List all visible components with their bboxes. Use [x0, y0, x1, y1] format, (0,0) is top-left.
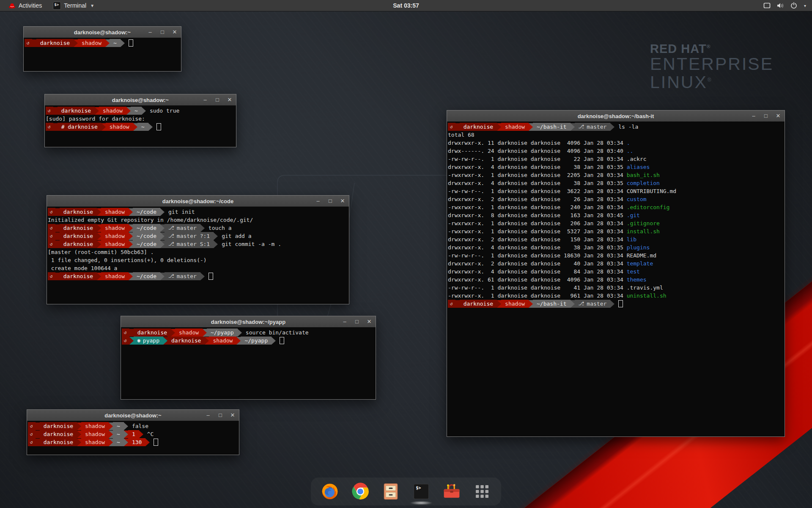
powerline-arrow-icon: [53, 107, 58, 115]
terminal-content[interactable]: ↺darknoiseshadow~: [24, 38, 181, 71]
close-button[interactable]: ✕: [230, 410, 236, 421]
maximize-button[interactable]: □: [327, 196, 333, 207]
powerline-arrow-icon: [129, 232, 133, 240]
window-titlebar[interactable]: darknoise@shadow:~/pyapp – □ ✕: [121, 316, 376, 328]
prompt-line: ↺darknoiseshadow~sudo true: [46, 107, 235, 115]
clock[interactable]: Sat 03:57: [393, 2, 419, 9]
minimize-button[interactable]: –: [315, 196, 321, 207]
powerline-arrow-icon: [77, 439, 81, 446]
files-icon[interactable]: [381, 482, 401, 501]
window-titlebar[interactable]: darknoise@shadow:~ – □ ✕: [27, 410, 239, 421]
prompt-segment-host: shadow: [81, 422, 109, 430]
output-line: 1 file changed, 0 insertions(+), 0 delet…: [48, 256, 348, 264]
app-menu-terminal[interactable]: $> Terminal ▼: [49, 0, 99, 11]
window-titlebar[interactable]: darknoise@shadow:~ – □ ✕: [45, 94, 236, 106]
powerline-arrow-icon: [109, 422, 113, 430]
terminal-content[interactable]: ↺darknoiseshadow~/bash-it⎇masterls -lato…: [447, 121, 785, 436]
powerline-arrow-icon: [126, 107, 131, 115]
chrome-icon[interactable]: [351, 482, 370, 501]
powerline-arrow-icon: [36, 439, 40, 446]
terminal-content[interactable]: ↺darknoiseshadow~/pyappsource bin/activa…: [121, 327, 376, 399]
minimize-button[interactable]: –: [205, 410, 211, 421]
ls-entry-meta: -rwxrwxr-x. 1 darknoise darknoise 206 Ja…: [448, 219, 627, 227]
ls-entry-name: README.md: [627, 251, 656, 260]
minimize-button[interactable]: –: [202, 94, 208, 105]
command-text: source bin/activate: [246, 329, 309, 337]
close-button[interactable]: ✕: [340, 196, 346, 207]
terminal-window-bash-it: darknoise@shadow:~/bash-it – □ ✕ ↺darkno…: [447, 110, 785, 437]
powerline-arrow-icon: [129, 240, 133, 248]
window-titlebar[interactable]: darknoise@shadow:~/code – □ ✕: [47, 196, 349, 207]
ls-entry-name: ..: [627, 147, 634, 155]
maximize-button[interactable]: □: [214, 94, 220, 105]
powerline-arrow-icon: [95, 107, 99, 115]
window-title: darknoise@shadow:~/bash-it: [447, 113, 785, 119]
prompt-shell-icon: ↺: [122, 337, 129, 345]
terminal-content[interactable]: ↺darknoiseshadow~/codegit initInitialize…: [47, 207, 349, 304]
firefox-icon[interactable]: [320, 482, 340, 501]
terminal-cursor: [618, 300, 623, 307]
terminal-window-sudo: darknoise@shadow:~ – □ ✕ ↺darknoiseshado…: [44, 94, 236, 147]
prompt-segment-path: ~/pyapp: [207, 329, 238, 337]
powerline-arrow-icon: [529, 300, 533, 308]
window-titlebar[interactable]: darknoise@shadow:~/bash-it – □ ✕: [447, 110, 785, 122]
toolbox-icon[interactable]: [442, 482, 461, 501]
powerline-arrow-icon: [205, 337, 209, 345]
running-indicator: [410, 501, 433, 505]
maximize-button[interactable]: □: [354, 316, 360, 327]
output-line: drwxrwxr-x. 2 darknoise darknoise 150 Ja…: [448, 235, 784, 243]
output-line: -rwxrwxr-x. 1 darknoise darknoise 240 Ja…: [448, 203, 784, 211]
prompt-line: ↺◉pyappdarknoiseshadow~/pyapp: [122, 337, 375, 345]
window-titlebar[interactable]: darknoise@shadow:~ – □ ✕: [24, 27, 181, 38]
minimize-button[interactable]: –: [147, 27, 153, 38]
close-button[interactable]: ✕: [366, 316, 372, 327]
maximize-button[interactable]: □: [763, 110, 769, 121]
prompt-segment-git: ⎇master S:1: [165, 240, 214, 248]
chevron-down-icon: ▼: [90, 3, 94, 8]
prompt-segment-path: ~/bash-it: [533, 123, 570, 131]
close-button[interactable]: ✕: [227, 94, 233, 105]
powerline-arrow-icon: [121, 39, 125, 47]
powerline-arrow-icon: [55, 240, 60, 248]
command-text: git commit -a -m .: [222, 240, 281, 248]
ls-entry-meta: drwxrwxr-x. 4 darknoise darknoise 38 Jan…: [448, 179, 627, 187]
activities-button[interactable]: Activities: [4, 0, 46, 11]
output-line: drwxrwxr-x. 4 darknoise darknoise 38 Jan…: [448, 243, 784, 251]
maximize-button[interactable]: □: [159, 27, 165, 38]
prompt-line: ↺darknoiseshadow~/code⎇master S:1git com…: [48, 240, 348, 248]
minimize-button[interactable]: –: [342, 316, 348, 327]
terminal-cursor: [154, 439, 158, 446]
powerline-arrow-icon: [160, 232, 165, 240]
prompt-line: ↺darknoiseshadow~/code⎇master: [48, 272, 348, 280]
command-text: false: [132, 422, 148, 430]
app-grid-icon[interactable]: [472, 482, 492, 501]
terminal-content[interactable]: ↺darknoiseshadow~sudo true[sudo] passwor…: [45, 105, 236, 147]
prompt-segment-user: darknoise: [40, 430, 77, 438]
watermark-line2: ENTERPRISE: [650, 55, 774, 73]
prompt-segment-user: darknoise: [60, 208, 97, 216]
output-line: drwxrwxr-x. 61 darknoise darknoise 4096 …: [448, 276, 784, 284]
close-button[interactable]: ✕: [775, 110, 781, 121]
close-button[interactable]: ✕: [172, 27, 178, 38]
ls-entry-meta: drwxrwxr-x. 2 darknoise darknoise 150 Ja…: [448, 235, 627, 243]
ls-entry-name: .git: [627, 211, 640, 219]
powerline-arrow-icon: [610, 300, 614, 308]
maximize-button[interactable]: □: [217, 410, 223, 421]
powerline-arrow-icon: [142, 107, 146, 115]
git-branch-icon: ⎇: [579, 123, 584, 131]
output-line: [master (root-commit) 50bcb63] .: [48, 248, 348, 256]
output-line: -rwxrwxr-x. 1 darknoise darknoise 206 Ja…: [448, 219, 784, 227]
ls-entry-name: plugins: [627, 243, 650, 251]
ls-entry-meta: -rwxrwxr-x. 1 darknoise darknoise 5327 J…: [448, 227, 627, 235]
output-line: drwxrwxr-x. 2 darknoise darknoise 40 Jan…: [448, 260, 784, 268]
output-line: drwxrwxr-x. 4 darknoise darknoise 38 Jan…: [448, 163, 784, 171]
terminal-icon[interactable]: $>: [411, 482, 431, 501]
output-line: drwxrwxr-x. 2 darknoise darknoise 26 Jan…: [448, 195, 784, 203]
output-line: -rw-rw-r--. 1 darknoise darknoise 18630 …: [448, 251, 784, 260]
minimize-button[interactable]: –: [751, 110, 757, 121]
ls-entry-name: .gitignore: [627, 219, 660, 227]
ls-entry-meta: -rwxrwxr-x. 1 darknoise darknoise 2205 J…: [448, 171, 627, 179]
terminal-content[interactable]: ↺darknoiseshadow~false↺darknoiseshadow~1…: [27, 421, 239, 455]
prompt-segment-user: darknoise: [167, 337, 205, 345]
system-status-area[interactable]: ▾: [761, 0, 809, 11]
